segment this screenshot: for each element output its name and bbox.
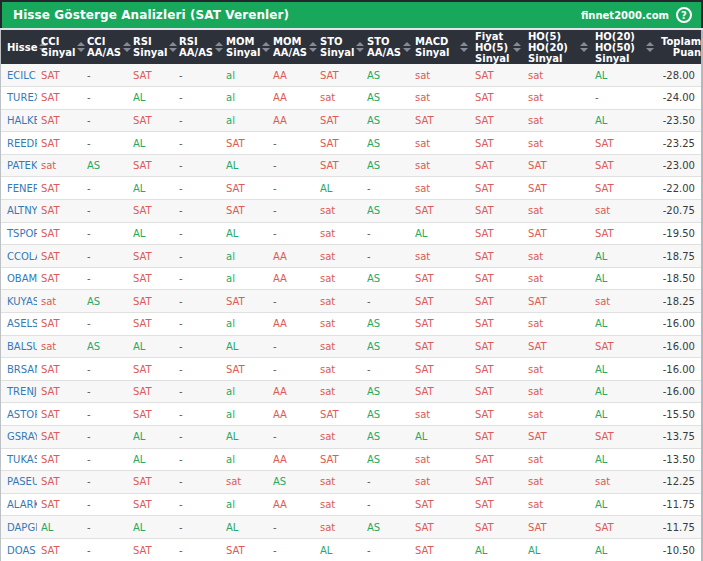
signal-cell: SAT	[129, 267, 175, 290]
signal-cell: SAT	[411, 200, 471, 223]
signal-cell: SAT	[591, 132, 657, 155]
help-icon[interactable]: ?	[676, 7, 692, 23]
table-row: TUREXSAT-AL-alAAsatASsatSATsat--24.00	[1, 87, 701, 110]
stock-ticker[interactable]: FENER	[1, 177, 37, 200]
signal-cell: AA	[269, 267, 316, 290]
column-header-sto_sinyal[interactable]: STO Sinyal	[316, 30, 363, 64]
signal-cell: SAT	[591, 222, 657, 245]
score-cell: -16.00	[657, 358, 701, 381]
signal-cell: -	[175, 448, 222, 471]
signal-cell: -	[83, 426, 129, 449]
column-header-cci_aaas[interactable]: CCI AA/AS	[83, 30, 129, 64]
stock-ticker[interactable]: ECILC	[1, 64, 37, 87]
signal-cell: SAT	[591, 516, 657, 539]
signal-cell: AL	[129, 177, 175, 200]
signal-cell: SAT	[129, 313, 175, 336]
stock-ticker[interactable]: PASEU	[1, 471, 37, 494]
signal-cell: sat	[37, 154, 83, 177]
signal-cell: SAT	[37, 87, 83, 110]
stock-ticker[interactable]: ALTNY	[1, 200, 37, 223]
stock-ticker[interactable]: HALKB	[1, 109, 37, 132]
signal-cell: -	[83, 245, 129, 268]
stock-ticker[interactable]: ASTOR	[1, 403, 37, 426]
column-header-macd_sinyal[interactable]: MACD Sinyal	[411, 30, 471, 64]
signal-cell: SAT	[129, 471, 175, 494]
column-header-hisse[interactable]: Hisse	[1, 30, 37, 64]
score-cell: -23.25	[657, 132, 701, 155]
stock-ticker[interactable]: DAPGM	[1, 516, 37, 539]
table-row: DAPGMAL-AL-AL-satASSATSATSATSAT-11.75	[1, 516, 701, 539]
signal-cell: -	[83, 64, 129, 87]
stock-ticker[interactable]: KUYAS	[1, 290, 37, 313]
sort-icon	[403, 42, 411, 52]
stock-ticker[interactable]: ASELS	[1, 313, 37, 336]
signal-cell: -	[363, 493, 411, 516]
column-header-toplam_puan[interactable]: Toplam Puan	[657, 30, 701, 64]
signal-cell: SAT	[129, 493, 175, 516]
signal-cell: AA	[269, 380, 316, 403]
signal-cell: SAT	[471, 154, 524, 177]
signal-cell: AL	[316, 177, 363, 200]
signal-cell: SAT	[222, 132, 269, 155]
signal-cell: SAT	[129, 64, 175, 87]
column-header-mom_aaas[interactable]: MOM AA/AS	[269, 30, 316, 64]
signal-cell: SAT	[37, 403, 83, 426]
signal-cell: SAT	[37, 380, 83, 403]
signal-cell: sat	[316, 222, 363, 245]
column-header-ho5_ho20_sinyal[interactable]: HO(5) HO(20) Sinyal	[524, 30, 591, 64]
column-header-ho20_ho50_sinyal[interactable]: HO(20) HO(50) Sinyal	[591, 30, 657, 64]
brand-link[interactable]: finnet2000.com	[581, 10, 669, 21]
stock-ticker[interactable]: TSPOR	[1, 222, 37, 245]
signal-cell: al	[222, 267, 269, 290]
signal-cell: -	[83, 222, 129, 245]
signal-cell: SAT	[222, 358, 269, 381]
signal-cell: SAT	[316, 448, 363, 471]
column-header-cci_sinyal[interactable]: CCI Sinyal	[37, 30, 83, 64]
signal-cell: -	[83, 403, 129, 426]
signal-cell: SAT	[129, 380, 175, 403]
stock-ticker[interactable]: DOAS	[1, 538, 37, 561]
signal-cell: AL	[591, 245, 657, 268]
column-header-fiyat_ho5_sinyal[interactable]: Fiyat HO(5) Sinyal	[471, 30, 524, 64]
signal-cell: AL	[129, 448, 175, 471]
signal-cell: SAT	[129, 358, 175, 381]
column-label: RSI Sinyal	[133, 36, 167, 58]
signal-cell: -	[269, 222, 316, 245]
table-row: PATEKsatASSAT-AL-SATASsatSATSATSAT-23.00	[1, 154, 701, 177]
sort-icon	[123, 42, 131, 52]
column-header-rsi_sinyal[interactable]: RSI Sinyal	[129, 30, 175, 64]
signal-cell: -	[175, 222, 222, 245]
column-header-sto_aaas[interactable]: STO AA/AS	[363, 30, 411, 64]
column-header-rsi_aaas[interactable]: RSI AA/AS	[175, 30, 222, 64]
signal-cell: AA	[269, 493, 316, 516]
stock-ticker[interactable]: REEDR	[1, 132, 37, 155]
sort-icon	[580, 42, 588, 52]
column-header-mom_sinyal[interactable]: MOM Sinyal	[222, 30, 269, 64]
stock-ticker[interactable]: ALARK	[1, 493, 37, 516]
table-row: BALSUsatASAL-AL-satASSATSATSATSAT-16.00	[1, 335, 701, 358]
stock-ticker[interactable]: TUKAS	[1, 448, 37, 471]
signal-cell: SAT	[37, 132, 83, 155]
signal-cell: al	[222, 493, 269, 516]
signal-cell: SAT	[471, 64, 524, 87]
stock-ticker[interactable]: CCOLA	[1, 245, 37, 268]
signal-cell: AL	[591, 538, 657, 561]
score-cell: -28.00	[657, 64, 701, 87]
stock-ticker[interactable]: PATEK	[1, 154, 37, 177]
stock-ticker[interactable]: BRSAN	[1, 358, 37, 381]
signal-cell: SAT	[316, 132, 363, 155]
signal-cell: AL	[411, 222, 471, 245]
stock-ticker[interactable]: TUREX	[1, 87, 37, 110]
signal-cell: sat	[524, 380, 591, 403]
signal-cell: SAT	[129, 538, 175, 561]
stock-ticker[interactable]: OBAMS	[1, 267, 37, 290]
signal-cell: AL	[129, 426, 175, 449]
signal-cell: -	[269, 132, 316, 155]
stock-ticker[interactable]: GSRAY	[1, 426, 37, 449]
page-title: Hisse Gösterge Analizleri (SAT Verenler)	[13, 8, 289, 22]
stock-ticker[interactable]: BALSU	[1, 335, 37, 358]
signal-cell: -	[363, 471, 411, 494]
signal-cell: SAT	[524, 154, 591, 177]
signal-cell: AL	[222, 154, 269, 177]
stock-ticker[interactable]: TRENJ	[1, 380, 37, 403]
